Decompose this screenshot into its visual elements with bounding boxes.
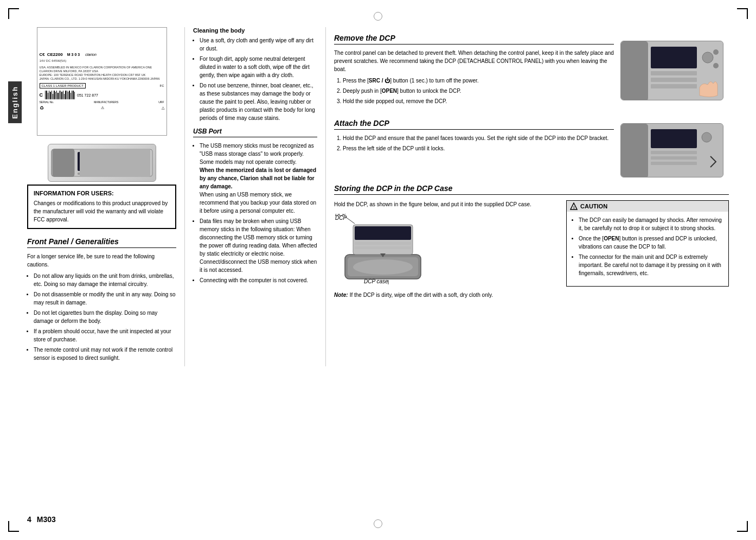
svg-point-23 — [702, 132, 712, 142]
caution-title: CAUTION — [580, 203, 607, 209]
barcode — [45, 91, 75, 99]
attach-dcp-step-2: Press the left side of the DCP until it … — [343, 144, 614, 153]
cleaning-bullet-2: For tough dirt, apply some neutral deter… — [200, 55, 317, 79]
usb-port-title: USB Port — [193, 128, 317, 137]
front-panel-list: Do not allow any liquids on the unit fro… — [27, 272, 176, 362]
front-panel-intro: For a longer service life, be sure to re… — [27, 252, 176, 269]
right-column: Remove the DCP The control panel can be … — [325, 27, 729, 366]
label-brand: clarion — [85, 53, 97, 56]
left-column: C€ CE2200 M303 clarion 14V DC 645W(5A) U… — [27, 27, 184, 366]
device-svg — [50, 147, 153, 179]
label-model: M303 — [67, 53, 81, 56]
storing-row: Hold the DCP, as shown in the figure bel… — [334, 200, 729, 299]
label-c: C — [40, 92, 43, 98]
attach-dcp-photo — [620, 123, 723, 177]
label-class-row: CLASS 1 LASER PRODUCT FC — [40, 83, 164, 88]
svg-rect-20 — [651, 151, 697, 154]
svg-rect-11 — [651, 71, 697, 75]
attach-dcp-svg — [621, 124, 723, 177]
caution-box: ! CAUTION The DCP can easily be damaged … — [566, 200, 729, 287]
svg-rect-12 — [651, 78, 697, 82]
caution-header: ! CAUTION — [567, 201, 728, 212]
svg-rect-2 — [78, 152, 121, 171]
cleaning-bullet-3: Do not use benzene, thinner, boat cleane… — [200, 81, 317, 122]
caution-bullet-1: The DCP can easily be damaged by shocks.… — [579, 216, 723, 232]
label-mfr-label: MANUFACTURERS — [94, 100, 118, 104]
svg-rect-19 — [651, 129, 697, 148]
attach-dcp-step-1: Hold the DCP and ensure that the panel f… — [343, 134, 614, 142]
dcp-case-label: DCP case — [364, 278, 388, 284]
svg-point-3 — [126, 157, 132, 163]
svg-rect-7 — [78, 173, 121, 175]
info-box-title: INFORMATION FOR USERS: — [34, 190, 170, 196]
remove-dcp-text: Remove the DCP The control panel can be … — [334, 27, 614, 110]
note-label: Note: — [334, 292, 348, 298]
middle-column: Cleaning the body Use a soft, dry cloth … — [184, 27, 325, 366]
attach-dcp-title: Attach the DCP — [334, 119, 614, 130]
label-serial-row: C — [40, 91, 164, 99]
dcp-label: DCP — [335, 215, 347, 221]
label-bottom-row: SERIAL No. MANUFACTURERS URF — [40, 100, 164, 104]
front-panel-title: Front Panel / Generalities — [27, 237, 176, 248]
svg-rect-29 — [355, 242, 411, 245]
usb-bullet-2: Data files may be broken when using USB … — [200, 217, 317, 274]
caution-list: The DCP can easily be damaged by shocks.… — [572, 216, 723, 277]
remove-dcp-step-1: Press the [SRC / ⏻] button (1 sec.) to t… — [343, 77, 614, 85]
info-box: INFORMATION FOR USERS: Changes or modifi… — [27, 185, 176, 229]
label-usa-text: USA: ASSEMBLED IN MEXICO FOR CLARION COR… — [40, 66, 164, 81]
caution-triangle-icon: ! — [570, 202, 578, 210]
remove-dcp-svg — [621, 41, 723, 100]
svg-text:!: ! — [573, 205, 575, 210]
note-text: If the DCP is dirty, wipe off the dirt w… — [350, 292, 493, 298]
front-panel-bullet-5: The remote control unit may not work if … — [34, 346, 176, 362]
svg-rect-0 — [52, 149, 152, 176]
remove-dcp-steps: Press the [SRC / ⏻] button (1 sec.) to t… — [334, 77, 614, 105]
label-extra-symbol: △ — [162, 106, 164, 110]
svg-point-16 — [713, 63, 719, 68]
usb-bold-warning: When the memorized data is lost or damag… — [200, 167, 316, 189]
front-panel-bullet-2: Do not disassemble or modify the unit in… — [34, 290, 176, 307]
svg-point-6 — [142, 162, 145, 166]
remove-dcp-intro: The control panel can be detached to pre… — [334, 49, 614, 73]
storing-right: ! CAUTION The DCP can easily be damaged … — [566, 200, 729, 299]
label-ce-number: CE2200 — [47, 52, 63, 57]
svg-rect-1 — [52, 149, 74, 176]
remove-dcp-row: Remove the DCP The control panel can be … — [334, 27, 729, 110]
svg-point-26 — [353, 259, 413, 275]
storing-note: Note: If the DCP is dirty, wipe off the … — [334, 291, 555, 299]
caution-bullet-3: The connector for the main unit and DCP … — [579, 253, 723, 277]
info-box-text: Changes or modifications to this product… — [34, 199, 170, 224]
svg-rect-22 — [651, 162, 697, 165]
usb-bullet-1: The USB memory sticks must be recognized… — [200, 142, 317, 215]
label-fc-mark: FC — [160, 84, 164, 87]
svg-point-15 — [713, 49, 719, 55]
ce-mark: C€ — [40, 52, 45, 57]
svg-rect-18 — [621, 124, 648, 177]
label-serial-label: SERIAL No. — [40, 100, 54, 104]
label-class: CLASS 1 LASER PRODUCT — [40, 83, 86, 88]
page-number-area: 4 M303 — [27, 515, 56, 524]
dcp-illustration-svg: DCP DCP case — [334, 214, 443, 284]
storing-intro: Hold the DCP, as shown in the figure bel… — [334, 200, 555, 208]
label-symbols-row: ♻ ⚠ △ — [40, 105, 164, 111]
remove-dcp-step-2: Deeply push in [OPEN] button to unlock t… — [343, 87, 614, 95]
svg-rect-30 — [355, 246, 411, 249]
label-recycle-symbol: ♻ — [40, 105, 44, 111]
svg-point-5 — [142, 155, 145, 158]
cleaning-title: Cleaning the body — [193, 27, 317, 34]
product-label: C€ CE2200 M303 clarion 14V DC 645W(5A) U… — [37, 27, 167, 136]
dcp-case-svg-area: DCP DCP case — [334, 214, 443, 285]
attach-dcp-row: Attach the DCP Hold the DCP and ensure t… — [334, 112, 729, 177]
storing-left: Hold the DCP, as shown in the figure bel… — [334, 200, 555, 299]
storing-title: Storing the DCP in the DCP Case — [334, 184, 729, 195]
svg-point-4 — [135, 158, 139, 162]
device-image — [48, 144, 156, 182]
svg-point-14 — [702, 52, 713, 63]
label-mfr-code: URF — [158, 100, 164, 104]
front-panel-bullet-1: Do not allow any liquids on the unit fro… — [34, 272, 176, 288]
caution-bullet-2: Once the [OPEN] button is pressed and DC… — [579, 234, 723, 251]
front-panel-bullet-3: Do not let cigarettes burn the display. … — [34, 309, 176, 325]
usb-port-list: The USB memory sticks must be recognized… — [193, 142, 317, 284]
label-weee-symbol: ⚠ — [101, 106, 104, 110]
storing-illustration: DCP DCP case — [334, 214, 555, 285]
